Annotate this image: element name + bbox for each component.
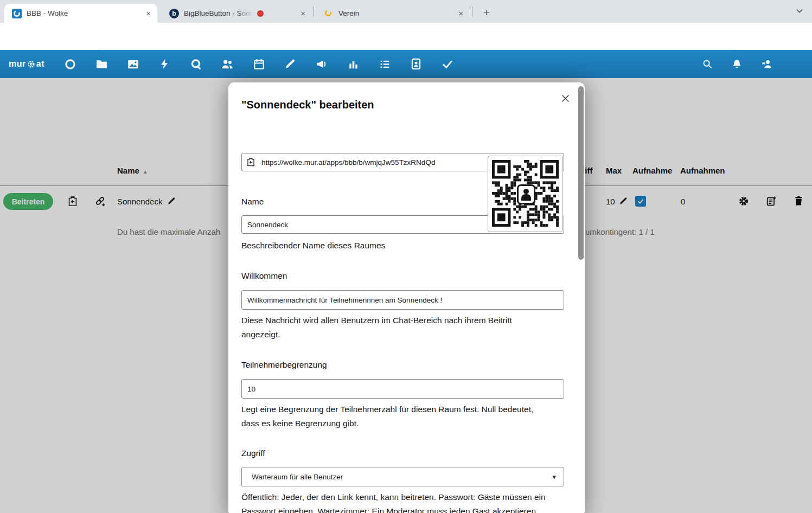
notifications-bell-icon[interactable]	[722, 53, 752, 75]
tab-bigbluebutton[interactable]: b BigBlueButton - Sonn ×	[162, 4, 312, 23]
qr-code	[488, 156, 563, 232]
app-files-folder-icon[interactable]	[86, 53, 117, 75]
tab-separator	[472, 7, 472, 17]
select-caret-icon: ▾	[552, 473, 556, 481]
access-help: Öffentlich: Jeder, der den Link kennt, k…	[241, 490, 560, 513]
browser-tab-strip: BBB - Wolke × b BigBlueButton - Sonn × V…	[0, 0, 812, 23]
tab-title: BigBlueButton - Sonn	[184, 9, 254, 17]
edit-room-modal: "Sonnendeck" bearbeiten Raum-URL Name Be…	[228, 82, 585, 513]
name-help: Beschreibender Name dieses Raumes	[241, 239, 553, 253]
app-notes-pencil-icon[interactable]	[274, 53, 306, 75]
bbb-letter-icon: b	[169, 9, 179, 18]
gear-yellow-icon	[324, 9, 334, 18]
app-bbb-room-icon[interactable]	[400, 53, 432, 75]
browser-toolbar: wolke.mur.at/apps/bbb/	[0, 23, 812, 50]
nextcloud-header: mur at	[0, 50, 812, 78]
murat-logo[interactable]: mur at	[9, 50, 44, 78]
recording-indicator-icon	[257, 10, 264, 17]
app-menu	[54, 53, 463, 75]
app-photos-icon[interactable]	[117, 53, 149, 75]
app-tasks-list-icon[interactable]	[369, 53, 400, 75]
app-calendar-icon[interactable]	[243, 53, 274, 75]
copy-url-clipboard-icon[interactable]	[246, 157, 256, 169]
tab-close-icon[interactable]: ×	[146, 9, 151, 17]
tab-bbb-wolke[interactable]: BBB - Wolke ×	[4, 4, 157, 23]
contacts-menu-icon[interactable]	[752, 53, 782, 75]
access-select[interactable]: Warteraum für alle Benutzer ▾	[241, 467, 564, 486]
logo-text-post: at	[36, 59, 44, 69]
bbb-logo-in-qr-icon	[517, 184, 535, 204]
limit-help: Legt eine Begrenzung der Teilnehmerzahl …	[241, 402, 551, 431]
tab-separator	[314, 7, 314, 17]
app-announcements-megaphone-icon[interactable]	[306, 53, 337, 75]
logo-text-pre: mur	[9, 59, 26, 69]
modal-title: "Sonnendeck" bearbeiten	[241, 99, 374, 111]
app-search-q-icon[interactable]	[180, 53, 212, 75]
modal-scrollbar-thumb[interactable]	[578, 86, 584, 260]
welcome-label: Willkommen	[241, 271, 287, 281]
header-right-icons	[692, 53, 782, 75]
name-label: Name	[241, 197, 264, 207]
screen: BBB - Wolke × b BigBlueButton - Sonn × V…	[0, 0, 812, 513]
logo-gear-icon	[27, 60, 36, 69]
tab-close-icon[interactable]: ×	[300, 9, 305, 17]
new-tab-button[interactable]: +	[478, 4, 495, 21]
search-icon[interactable]	[692, 53, 722, 75]
tab-verein[interactable]: Verein ×	[316, 4, 470, 23]
app-contacts-icon[interactable]	[212, 53, 243, 75]
tab-close-icon[interactable]: ×	[458, 9, 463, 17]
tab-search-chevron-icon[interactable]	[794, 5, 805, 19]
app-circle-icon[interactable]	[54, 53, 86, 75]
limit-label: Teilnehmerbegrenzung	[241, 360, 327, 370]
welcome-input[interactable]	[241, 290, 564, 310]
app-checkmark-icon[interactable]	[432, 53, 463, 75]
welcome-help: Diese Nachricht wird allen Benutzern im …	[241, 313, 537, 342]
access-label: Zugriff	[241, 448, 265, 458]
tab-title: BBB - Wolke	[27, 9, 68, 17]
limit-input[interactable]	[241, 379, 564, 399]
close-icon[interactable]	[560, 93, 571, 106]
tab-title: Verein	[338, 9, 359, 17]
access-selected-value: Warteraum für alle Benutzer	[252, 473, 343, 481]
app-activity-lightning-icon[interactable]	[149, 53, 180, 75]
app-analytics-chart-icon[interactable]	[337, 53, 369, 75]
mur-gear-blue-icon	[12, 9, 22, 18]
